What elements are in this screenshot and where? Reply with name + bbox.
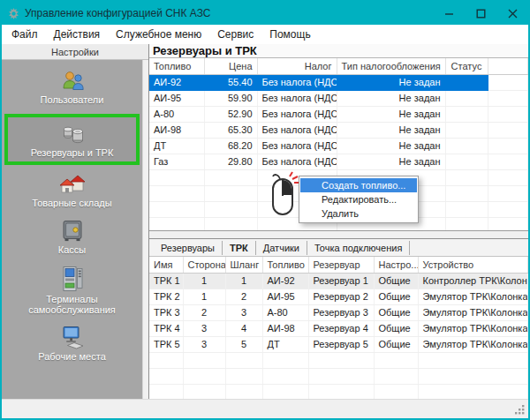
- tanks-icon: [59, 122, 86, 146]
- trk-row-ТРК 1[interactable]: ТРК 111АИ-92Резервуар 1ОбщиеКонтроллер Т…: [149, 273, 528, 289]
- trk-cell-settings: Общие: [374, 289, 418, 304]
- app-window: Управление конфигурацией СНК АЗС ФайлДей…: [0, 0, 530, 420]
- menubar: ФайлДействияСлужебное менюСервисПомощь: [2, 25, 528, 44]
- fuel-row-АИ-98[interactable]: АИ-9865.30Без налога (НДС)Не задан: [149, 122, 528, 138]
- sidebar-item-label: Рабочие места: [38, 351, 106, 363]
- tabbar: РезервуарыТРКДатчикиТочка подключения: [149, 239, 528, 257]
- sidebar-item-6[interactable]: Рабочие места: [2, 324, 142, 364]
- statusbar: [2, 399, 528, 418]
- fuel-column-header[interactable]: Статус: [445, 58, 488, 74]
- tab-2[interactable]: ТРК: [223, 241, 256, 255]
- trk-column-header[interactable]: Резервуар: [308, 257, 374, 273]
- trk-row-ТРК 2[interactable]: ТРК 212АИ-95Резервуар 2ОбщиеЭмулятор ТРК…: [149, 289, 528, 304]
- menu-item-1[interactable]: Файл: [4, 25, 46, 44]
- fuel-row-Газ[interactable]: Газ29.80Без налога (НДС)Не задан: [149, 154, 528, 169]
- trk-cell-name: ТРК 4: [149, 320, 183, 336]
- context-menu-item-1[interactable]: Создать топливо...: [300, 178, 417, 192]
- fuel-column-header[interactable]: Тип налогообложения: [337, 58, 445, 74]
- sidebar-item-label: Пользователи: [41, 94, 104, 106]
- fuel-cell-status: [445, 90, 488, 106]
- minimize-button[interactable]: [433, 2, 465, 25]
- trk-cell-hose: 1: [225, 273, 262, 289]
- trk-row-ТРК 3[interactable]: ТРК 323А-80Резервуар 3ОбщиеЭмулятор ТРК\…: [149, 304, 528, 320]
- trk-column-header[interactable]: Имя: [149, 257, 183, 273]
- fuel-cell-fuel: АИ-98: [149, 122, 204, 138]
- sidebar-item-label: Резервуары и ТРК: [31, 147, 114, 159]
- sidebar-item-label: Терминалы самообслуживания: [6, 294, 139, 316]
- safe-icon: [61, 219, 84, 243]
- sidebar-item-5[interactable]: Терминалы самообслуживания: [2, 264, 142, 318]
- trk-cell-device: Эмулятор ТРК\Колонка_3: [418, 304, 528, 320]
- menu-item-2[interactable]: Действия: [46, 25, 109, 44]
- fuel-cell-tax_type: Не задан: [337, 90, 445, 106]
- trk-empty-row: [149, 368, 528, 384]
- context-menu-item-2[interactable]: Редактировать...: [300, 192, 417, 206]
- trk-column-header[interactable]: Устройство: [418, 257, 528, 273]
- menu-item-5[interactable]: Помощь: [261, 25, 318, 44]
- trk-column-header[interactable]: Топливо: [262, 257, 308, 273]
- trk-column-header[interactable]: Настро...: [374, 257, 418, 273]
- trk-cell-tank: Резервуар 4: [308, 320, 374, 336]
- fuel-row-АИ-95[interactable]: АИ-9559.90Без налога (НДС)Не задан: [149, 90, 528, 106]
- fuel-cell-price: 55.40: [204, 74, 257, 90]
- fuel-cell-price: 29.80: [204, 154, 257, 169]
- warehouse-icon: [59, 173, 86, 196]
- sidebar-item-label: Товарные склады: [32, 198, 111, 209]
- fuel-cell-price: 68.20: [204, 138, 257, 154]
- mouse-right-click-icon: [267, 171, 299, 222]
- close-button[interactable]: [496, 2, 528, 25]
- fuel-row-АИ-92[interactable]: АИ-9255.40Без налога (НДС)Не задан: [149, 74, 528, 90]
- window-body: Настройки ПользователиРезервуары и ТРКТо…: [2, 44, 528, 399]
- tab-1[interactable]: Резервуары: [154, 241, 223, 255]
- maximize-button[interactable]: [465, 2, 496, 25]
- trk-cell-settings: Общие: [374, 273, 418, 289]
- splitter[interactable]: [149, 231, 528, 238]
- trk-cell-hose: 4: [225, 320, 262, 336]
- trk-row-ТРК 4[interactable]: ТРК 434АИ-98Резервуар 4ОбщиеЭмулятор ТРК…: [149, 320, 528, 336]
- fuel-row-А-80[interactable]: А-8052.90Без налога (НДС)Не задан: [149, 106, 528, 122]
- trk-table-area: ИмяСторонаШлангТопливоРезервуарНастро...…: [149, 257, 528, 399]
- trk-cell-settings: Общие: [374, 336, 418, 352]
- context-menu-item-3[interactable]: Удалить: [300, 206, 417, 221]
- sidebar-item-1[interactable]: Пользователи: [2, 68, 142, 108]
- trk-cell-hose: 5: [225, 336, 262, 352]
- fuel-row-ДТ[interactable]: ДТ68.20Без налога (НДС)Не задан: [149, 138, 528, 154]
- trk-panel: РезервуарыТРКДатчикиТочка подключения Им…: [149, 238, 528, 399]
- fuel-cell-fuel: АИ-95: [149, 90, 204, 106]
- sidebar: Настройки ПользователиРезервуары и ТРКТо…: [2, 44, 148, 399]
- fuel-column-header[interactable]: Налог: [257, 58, 337, 74]
- window-title: Управление конфигурацией СНК АЗС: [25, 7, 433, 19]
- trk-table: ИмяСторонаШлангТопливоРезервуарНастро...…: [149, 257, 528, 399]
- tab-3[interactable]: Датчики: [256, 241, 307, 255]
- fuel-cell-fuel: А-80: [149, 106, 204, 122]
- fuel-cell-fuel: АИ-92: [149, 74, 204, 90]
- trk-cell-name: ТРК 1: [149, 273, 183, 289]
- trk-column-header[interactable]: Шланг: [225, 257, 262, 273]
- fuel-cell-tax: Без налога (НДС): [257, 154, 337, 169]
- sidebar-item-2[interactable]: Резервуары и ТРК: [4, 114, 140, 166]
- menu-item-3[interactable]: Служебное меню: [108, 25, 209, 44]
- sidebar-scrollbar[interactable]: [142, 60, 148, 399]
- trk-cell-side: 1: [183, 273, 225, 289]
- sidebar-item-4[interactable]: Кассы: [2, 217, 142, 258]
- trk-cell-fuel: АИ-98: [262, 320, 308, 336]
- fuel-cell-fuel: Газ: [149, 154, 204, 169]
- fuel-cell-price: 52.90: [204, 106, 257, 122]
- fuel-column-header[interactable]: Топливо: [149, 58, 204, 74]
- sidebar-item-3[interactable]: Товарные склады: [2, 171, 142, 211]
- trk-row-ТРК 5[interactable]: ТРК 535ДТРезервуар 5ОбщиеЭмулятор ТРК\Ко…: [149, 336, 528, 352]
- fuel-cell-tax_type: Не задан: [337, 122, 445, 138]
- fuel-column-header[interactable]: Цена: [204, 58, 257, 74]
- users-icon: [60, 70, 85, 93]
- fuel-cell-price: 59.90: [204, 90, 257, 106]
- fuel-cell-tax: Без налога (НДС): [257, 138, 337, 154]
- resize-grip[interactable]: [514, 404, 526, 416]
- titlebar[interactable]: Управление конфигурацией СНК АЗС: [2, 2, 528, 25]
- menu-item-4[interactable]: Сервис: [209, 25, 261, 44]
- trk-column-header[interactable]: Сторона: [183, 257, 225, 273]
- fuel-cell-status: [445, 122, 488, 138]
- tab-4[interactable]: Точка подключения: [307, 241, 410, 255]
- trk-empty-row: [149, 352, 528, 368]
- trk-cell-settings: Общие: [374, 320, 418, 336]
- trk-cell-name: ТРК 5: [149, 336, 183, 352]
